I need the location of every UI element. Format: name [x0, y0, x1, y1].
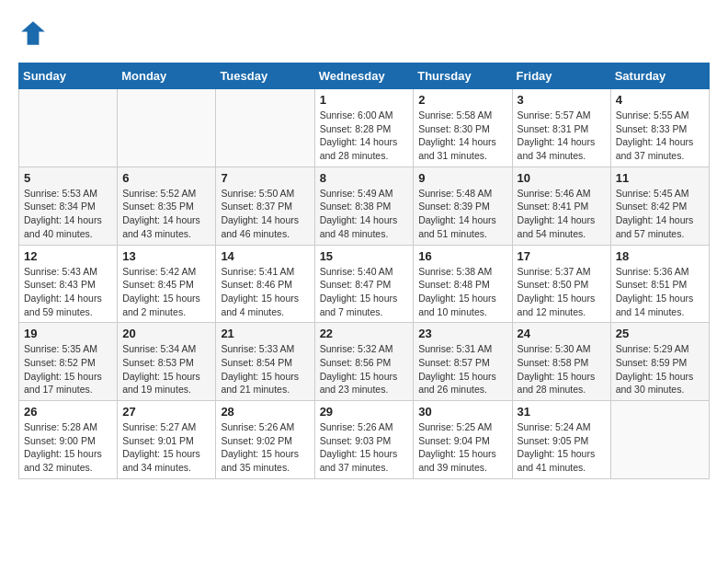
- day-number: 10: [518, 171, 606, 185]
- day-info: Sunrise: 5:38 AM Sunset: 8:48 PM Dayligh…: [418, 265, 506, 319]
- calendar-cell: 22Sunrise: 5:32 AM Sunset: 8:56 PM Dayli…: [314, 323, 414, 401]
- day-number: 7: [221, 171, 309, 185]
- calendar-cell: 8Sunrise: 5:49 AM Sunset: 8:38 PM Daylig…: [314, 167, 414, 245]
- svg-marker-0: [21, 21, 45, 45]
- weekday-header-saturday: Saturday: [610, 63, 709, 89]
- calendar-cell: 12Sunrise: 5:43 AM Sunset: 8:43 PM Dayli…: [19, 245, 118, 323]
- calendar-cell: 18Sunrise: 5:36 AM Sunset: 8:51 PM Dayli…: [610, 245, 709, 323]
- day-info: Sunrise: 5:43 AM Sunset: 8:43 PM Dayligh…: [24, 265, 112, 319]
- day-number: 29: [320, 405, 409, 419]
- calendar-cell: 4Sunrise: 5:55 AM Sunset: 8:33 PM Daylig…: [610, 89, 709, 167]
- calendar-cell: 29Sunrise: 5:26 AM Sunset: 9:03 PM Dayli…: [314, 401, 414, 479]
- calendar-cell: 5Sunrise: 5:53 AM Sunset: 8:34 PM Daylig…: [19, 167, 118, 245]
- day-info: Sunrise: 5:37 AM Sunset: 8:50 PM Dayligh…: [518, 265, 606, 319]
- day-info: Sunrise: 5:25 AM Sunset: 9:04 PM Dayligh…: [418, 420, 506, 475]
- day-number: 26: [24, 405, 112, 419]
- day-info: Sunrise: 5:29 AM Sunset: 8:59 PM Dayligh…: [616, 342, 704, 396]
- calendar-week-row: 5Sunrise: 5:53 AM Sunset: 8:34 PM Daylig…: [19, 167, 710, 245]
- day-info: Sunrise: 5:46 AM Sunset: 8:41 PM Dayligh…: [518, 187, 606, 241]
- day-info: Sunrise: 5:41 AM Sunset: 8:46 PM Dayligh…: [221, 265, 309, 319]
- calendar-cell: 27Sunrise: 5:27 AM Sunset: 9:01 PM Dayli…: [118, 401, 216, 479]
- day-number: 9: [418, 171, 506, 185]
- calendar-week-row: 12Sunrise: 5:43 AM Sunset: 8:43 PM Dayli…: [19, 245, 710, 323]
- weekday-header-wednesday: Wednesday: [314, 63, 414, 89]
- day-info: Sunrise: 5:30 AM Sunset: 8:58 PM Dayligh…: [518, 342, 606, 396]
- day-info: Sunrise: 5:57 AM Sunset: 8:31 PM Dayligh…: [518, 109, 606, 163]
- calendar-cell: 9Sunrise: 5:48 AM Sunset: 8:39 PM Daylig…: [414, 167, 512, 245]
- day-info: Sunrise: 5:55 AM Sunset: 8:33 PM Dayligh…: [616, 109, 704, 163]
- day-info: Sunrise: 5:50 AM Sunset: 8:37 PM Dayligh…: [221, 187, 309, 241]
- day-number: 8: [320, 171, 409, 185]
- page-header: [18, 18, 710, 48]
- calendar-week-row: 1Sunrise: 6:00 AM Sunset: 8:28 PM Daylig…: [19, 89, 710, 167]
- day-number: 22: [320, 327, 409, 340]
- day-number: 27: [122, 405, 210, 419]
- calendar-cell: 31Sunrise: 5:24 AM Sunset: 9:05 PM Dayli…: [512, 401, 610, 479]
- day-number: 16: [418, 249, 506, 263]
- calendar-cell: 20Sunrise: 5:34 AM Sunset: 8:53 PM Dayli…: [118, 323, 216, 401]
- day-info: Sunrise: 5:34 AM Sunset: 8:53 PM Dayligh…: [122, 342, 210, 396]
- day-info: Sunrise: 5:49 AM Sunset: 8:38 PM Dayligh…: [320, 187, 409, 241]
- day-number: 5: [24, 171, 112, 185]
- calendar-cell: 6Sunrise: 5:52 AM Sunset: 8:35 PM Daylig…: [118, 167, 216, 245]
- day-info: Sunrise: 5:53 AM Sunset: 8:34 PM Dayligh…: [24, 187, 112, 241]
- weekday-header-thursday: Thursday: [414, 63, 512, 89]
- day-info: Sunrise: 5:32 AM Sunset: 8:56 PM Dayligh…: [320, 342, 409, 396]
- calendar-cell: 3Sunrise: 5:57 AM Sunset: 8:31 PM Daylig…: [512, 89, 610, 167]
- calendar-cell: 21Sunrise: 5:33 AM Sunset: 8:54 PM Dayli…: [216, 323, 314, 401]
- day-number: 12: [24, 249, 112, 263]
- day-info: Sunrise: 5:31 AM Sunset: 8:57 PM Dayligh…: [418, 342, 506, 396]
- logo: [18, 18, 51, 48]
- calendar-cell: 2Sunrise: 5:58 AM Sunset: 8:30 PM Daylig…: [414, 89, 512, 167]
- day-number: 23: [418, 327, 506, 340]
- calendar-cell: [118, 89, 216, 167]
- calendar-cell: 26Sunrise: 5:28 AM Sunset: 9:00 PM Dayli…: [19, 401, 118, 479]
- calendar-cell: [19, 89, 118, 167]
- day-info: Sunrise: 5:27 AM Sunset: 9:01 PM Dayligh…: [122, 420, 210, 475]
- day-number: 13: [122, 249, 210, 263]
- calendar-cell: [216, 89, 314, 167]
- day-info: Sunrise: 5:48 AM Sunset: 8:39 PM Dayligh…: [418, 187, 506, 241]
- weekday-header-friday: Friday: [512, 63, 610, 89]
- calendar-cell: 30Sunrise: 5:25 AM Sunset: 9:04 PM Dayli…: [414, 401, 512, 479]
- day-info: Sunrise: 5:28 AM Sunset: 9:00 PM Dayligh…: [24, 420, 112, 475]
- day-number: 19: [24, 327, 112, 340]
- calendar-week-row: 26Sunrise: 5:28 AM Sunset: 9:00 PM Dayli…: [19, 401, 710, 479]
- day-info: Sunrise: 5:45 AM Sunset: 8:42 PM Dayligh…: [616, 187, 704, 241]
- day-number: 2: [418, 93, 506, 107]
- day-info: Sunrise: 5:26 AM Sunset: 9:03 PM Dayligh…: [320, 420, 409, 475]
- day-info: Sunrise: 5:26 AM Sunset: 9:02 PM Dayligh…: [221, 420, 309, 475]
- day-number: 24: [518, 327, 606, 340]
- weekday-header-tuesday: Tuesday: [216, 63, 314, 89]
- calendar-cell: 7Sunrise: 5:50 AM Sunset: 8:37 PM Daylig…: [216, 167, 314, 245]
- calendar-cell: 25Sunrise: 5:29 AM Sunset: 8:59 PM Dayli…: [610, 323, 709, 401]
- day-number: 31: [518, 405, 606, 419]
- logo-icon: [18, 18, 48, 48]
- day-number: 25: [616, 327, 704, 340]
- day-info: Sunrise: 5:58 AM Sunset: 8:30 PM Dayligh…: [418, 109, 506, 163]
- calendar-cell: 10Sunrise: 5:46 AM Sunset: 8:41 PM Dayli…: [512, 167, 610, 245]
- day-number: 17: [518, 249, 606, 263]
- day-number: 14: [221, 249, 309, 263]
- day-number: 11: [616, 171, 704, 185]
- calendar-cell: 28Sunrise: 5:26 AM Sunset: 9:02 PM Dayli…: [216, 401, 314, 479]
- day-number: 21: [221, 327, 309, 340]
- calendar-cell: 15Sunrise: 5:40 AM Sunset: 8:47 PM Dayli…: [314, 245, 414, 323]
- day-info: Sunrise: 5:24 AM Sunset: 9:05 PM Dayligh…: [518, 420, 606, 475]
- day-info: Sunrise: 5:33 AM Sunset: 8:54 PM Dayligh…: [221, 342, 309, 396]
- day-info: Sunrise: 5:42 AM Sunset: 8:45 PM Dayligh…: [122, 265, 210, 319]
- day-number: 18: [616, 249, 704, 263]
- calendar-week-row: 19Sunrise: 5:35 AM Sunset: 8:52 PM Dayli…: [19, 323, 710, 401]
- calendar-header-row: SundayMondayTuesdayWednesdayThursdayFrid…: [19, 63, 710, 89]
- day-number: 3: [518, 93, 606, 107]
- calendar-cell: 19Sunrise: 5:35 AM Sunset: 8:52 PM Dayli…: [19, 323, 118, 401]
- calendar-cell: 24Sunrise: 5:30 AM Sunset: 8:58 PM Dayli…: [512, 323, 610, 401]
- calendar-table: SundayMondayTuesdayWednesdayThursdayFrid…: [18, 63, 710, 479]
- calendar-cell: 13Sunrise: 5:42 AM Sunset: 8:45 PM Dayli…: [118, 245, 216, 323]
- day-info: Sunrise: 5:35 AM Sunset: 8:52 PM Dayligh…: [24, 342, 112, 396]
- day-number: 4: [616, 93, 704, 107]
- calendar-cell: 23Sunrise: 5:31 AM Sunset: 8:57 PM Dayli…: [414, 323, 512, 401]
- day-number: 6: [122, 171, 210, 185]
- day-info: Sunrise: 5:40 AM Sunset: 8:47 PM Dayligh…: [320, 265, 409, 319]
- weekday-header-monday: Monday: [118, 63, 216, 89]
